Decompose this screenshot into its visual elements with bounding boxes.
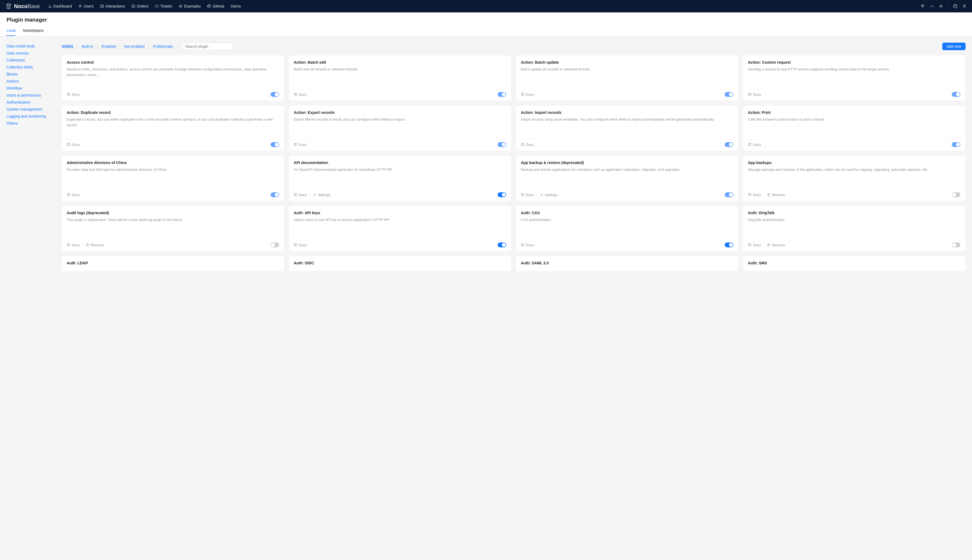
filter-problematic[interactable]: Problematic (153, 44, 173, 48)
nav-users[interactable]: Users (78, 4, 94, 8)
topbar-right (920, 3, 967, 9)
enable-toggle[interactable] (271, 192, 279, 197)
docs-link[interactable]: Docs (748, 93, 761, 97)
nav-interactions[interactable]: Interactions (100, 4, 125, 8)
enable-toggle[interactable] (725, 192, 733, 197)
plugin-card[interactable]: Auth: SMS (743, 256, 965, 272)
plugin-card[interactable]: Access control Based on roles, resources… (62, 55, 284, 101)
enable-toggle[interactable] (498, 243, 506, 247)
plugin-card[interactable]: Auth: API keys Allows users to use API k… (289, 205, 511, 252)
tab-marketplace[interactable]: Marketplace (23, 28, 43, 36)
plugin-card[interactable]: Action: Duplicate record Duplicate a rec… (62, 105, 284, 151)
docs-link[interactable]: Docs (67, 193, 80, 197)
card-footer: DocsRemove (748, 189, 960, 197)
docs-link[interactable]: Docs (294, 243, 307, 247)
remove-link[interactable]: Remove (767, 193, 785, 197)
settings-link[interactable]: Settings (540, 193, 557, 197)
docs-link[interactable]: Docs (67, 93, 80, 97)
highlight-icon[interactable] (920, 4, 925, 8)
sidebar-collection-fields[interactable]: Collection fields (7, 64, 55, 71)
docs-link[interactable]: Docs (521, 93, 534, 97)
plugin-desc: Calls the browser's print function to pr… (748, 117, 960, 136)
enable-toggle[interactable] (271, 142, 279, 147)
sidebar-actions[interactable]: Actions (7, 78, 55, 85)
filter-all[interactable]: All(83) (62, 44, 73, 48)
settings-link[interactable]: Settings (313, 193, 330, 197)
filter-not-enabled[interactable]: Not enabled (124, 44, 145, 48)
plugin-card[interactable]: Action: Batch edit Batch edit all record… (289, 55, 511, 101)
sidebar-others[interactable]: Others (7, 120, 55, 127)
plugin-card[interactable]: Administrative divisions of China Provid… (62, 155, 284, 201)
plugin-desc: CAS authentication. (521, 217, 733, 236)
docs-link[interactable]: Docs (748, 143, 761, 147)
plugin-card[interactable]: Action: Batch update Batch update all re… (516, 55, 738, 101)
docs-link[interactable]: Docs (67, 143, 80, 147)
plugin-card[interactable]: App backups Manage backups and restores … (743, 155, 965, 201)
docs-link[interactable]: Docs (521, 193, 534, 197)
enable-toggle[interactable] (952, 243, 960, 247)
sidebar-users-permissions[interactable]: Users & permissions (7, 92, 55, 99)
plugin-card[interactable]: Auth: CAS CAS authentication. Docs (516, 205, 738, 252)
nav-tickets[interactable]: Tickets (155, 4, 172, 8)
card-footer: Docs (294, 89, 506, 97)
tab-local[interactable]: Local (7, 28, 15, 36)
plugin-card[interactable]: Auth: LDAP (62, 256, 284, 272)
docs-link[interactable]: Docs (294, 193, 307, 197)
plugin-card[interactable]: Action: Import records Import records us… (516, 105, 738, 151)
sidebar-authentication[interactable]: Authentication (7, 99, 55, 106)
plugin-card[interactable]: Action: Print Calls the browser's print … (743, 105, 965, 151)
enable-toggle[interactable] (498, 192, 506, 197)
plugin-card[interactable]: Action: Custom request Sending a request… (743, 55, 965, 101)
enable-toggle[interactable] (725, 142, 733, 147)
profile-icon[interactable] (962, 4, 967, 8)
sidebar-workflow[interactable]: Workflow (7, 85, 55, 92)
docs-link[interactable]: Docs (521, 143, 534, 147)
docs-link[interactable]: Docs (294, 143, 307, 147)
help-icon[interactable] (953, 4, 957, 8)
add-new-button[interactable]: Add new (942, 43, 965, 50)
enable-toggle[interactable] (725, 243, 733, 247)
gear-icon[interactable] (939, 4, 943, 8)
plugin-card[interactable]: API documentation An OpenAPI documentati… (289, 155, 511, 201)
plugin-card[interactable]: App backup & restore (deprecated) Backup… (516, 155, 738, 201)
remove-link[interactable]: Remove (85, 243, 104, 247)
plugin-card[interactable]: Action: Export records Export filtered r… (289, 105, 511, 151)
remove-link[interactable]: Remove (767, 243, 785, 247)
api-icon[interactable] (930, 4, 934, 8)
search-input[interactable] (182, 43, 233, 50)
sidebar-blocks[interactable]: Blocks (7, 71, 55, 78)
docs-link[interactable]: Docs (748, 193, 761, 197)
enable-toggle[interactable] (271, 243, 279, 247)
card-footer: DocsRemove (748, 240, 960, 247)
docs-link[interactable]: Docs (748, 243, 761, 247)
nav-orders[interactable]: Orders (132, 4, 149, 8)
filter-builtin[interactable]: Built-in (82, 44, 93, 48)
enable-toggle[interactable] (952, 142, 960, 147)
sidebar-data-sources[interactable]: Data sources (7, 50, 55, 57)
enable-toggle[interactable] (271, 92, 279, 97)
sidebar-data-model-tools[interactable]: Data model tools (7, 43, 55, 50)
docs-link[interactable]: Docs (294, 93, 307, 97)
book-icon (67, 143, 70, 147)
nav-github[interactable]: GitHub (207, 4, 224, 8)
enable-toggle[interactable] (952, 192, 960, 197)
nav-dashboard[interactable]: Dashboard (48, 4, 72, 8)
plugin-card[interactable]: Audit logs (deprecated) This plugin is d… (62, 205, 284, 252)
sidebar-collections[interactable]: Collections (7, 57, 55, 64)
svg-point-7 (314, 194, 315, 195)
enable-toggle[interactable] (498, 92, 506, 97)
enable-toggle[interactable] (498, 142, 506, 147)
logo[interactable]: NocoBase (5, 3, 40, 10)
enable-toggle[interactable] (952, 92, 960, 97)
sidebar-logging-monitoring[interactable]: Logging and monitoring (7, 113, 55, 120)
plugin-card[interactable]: Auth: DingTalk DingTalk authentication. … (743, 205, 965, 252)
docs-link[interactable]: Docs (67, 243, 80, 247)
nav-demo[interactable]: Demo (231, 4, 241, 8)
enable-toggle[interactable] (725, 92, 733, 97)
filter-enabled[interactable]: Enabled (102, 44, 115, 48)
nav-examples[interactable]: Examples (179, 4, 201, 8)
docs-link[interactable]: Docs (521, 243, 534, 247)
sidebar-system-management[interactable]: System management (7, 106, 55, 113)
plugin-card[interactable]: Auth: OIDC (289, 256, 511, 272)
plugin-card[interactable]: Auth: SAML 2.0 (516, 256, 738, 272)
